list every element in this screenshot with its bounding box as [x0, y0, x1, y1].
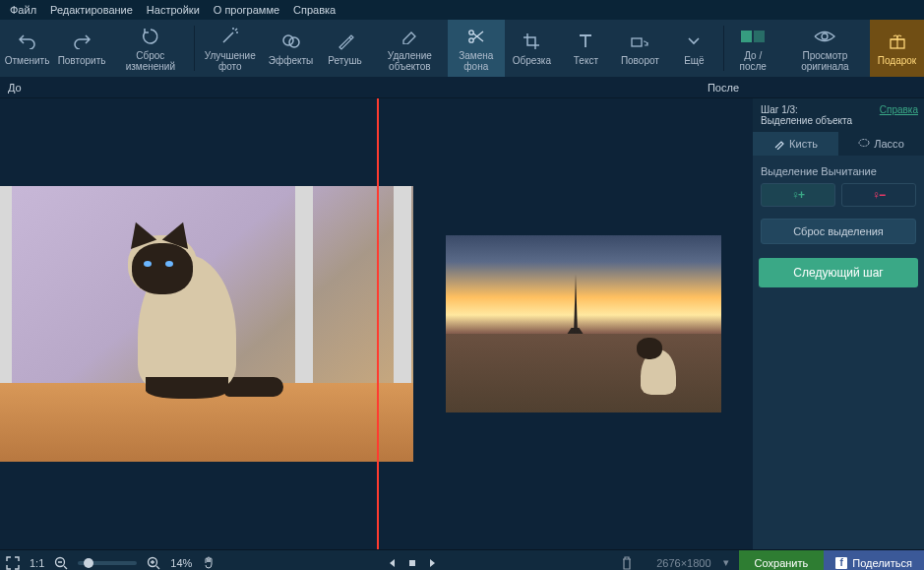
crop-icon [523, 31, 540, 52]
reset-icon [142, 26, 159, 47]
effects-icon [281, 31, 301, 52]
sidebar: Шаг 1/3: Выделение объекта Справка Кисть… [753, 98, 924, 549]
text-icon [578, 31, 593, 52]
fit-label[interactable]: 1:1 [30, 557, 44, 569]
before-pane [0, 98, 413, 549]
svg-point-1 [289, 37, 299, 47]
zoom-slider[interactable] [78, 561, 137, 565]
tab-lasso-label: Лассо [874, 138, 904, 150]
svg-point-9 [859, 140, 869, 147]
menu-settings[interactable]: Настройки [147, 4, 200, 16]
menu-help[interactable]: Справка [293, 4, 336, 16]
separator [194, 26, 195, 71]
chevron-down-icon [687, 31, 701, 52]
reset-button[interactable]: Сброс изменений [109, 20, 192, 77]
crop-button[interactable]: Обрезка [505, 20, 559, 77]
share-label: Поделиться [852, 557, 912, 569]
split-divider[interactable] [377, 98, 379, 549]
svg-rect-12 [409, 560, 415, 566]
replace-bg-label: Замена фона [456, 50, 497, 72]
rotate-label: Поворот [621, 55, 659, 66]
svg-point-2 [469, 30, 473, 33]
menu-about[interactable]: О программе [214, 4, 279, 16]
remove-objects-button[interactable]: Удаление объектов [372, 20, 448, 77]
after-label: После [708, 82, 739, 94]
tool-tabs: Кисть Лассо [753, 132, 924, 156]
eye-icon [814, 26, 835, 47]
undo-button[interactable]: Отменить [0, 20, 54, 77]
after-pane [413, 98, 753, 549]
next-image-icon[interactable] [427, 558, 437, 568]
enhance-label: Улучшение фото [204, 50, 256, 72]
step-line-2: Выделение объекта [761, 115, 916, 126]
enhance-button[interactable]: Улучшение фото [196, 20, 264, 77]
retouch-icon [337, 31, 354, 52]
zoom-out-icon[interactable] [54, 556, 68, 570]
effects-label: Эффекты [269, 55, 313, 66]
toolbar: Отменить Повторить Сброс изменений Улучш… [0, 20, 924, 77]
selection-subtract-button[interactable]: ♀− [841, 183, 916, 207]
gift-icon [889, 31, 906, 52]
view-original-button[interactable]: Просмотр оригинала [780, 20, 870, 77]
share-button[interactable]: f Поделиться [824, 550, 924, 571]
more-button[interactable]: Ещё [667, 20, 721, 77]
mode-label: Выделение Вычитание [753, 156, 924, 183]
retouch-label: Ретушь [328, 55, 361, 66]
separator [723, 26, 724, 71]
delete-icon[interactable] [609, 550, 645, 571]
redo-label: Повторить [58, 55, 106, 66]
gift-button[interactable]: Подарок [870, 20, 924, 77]
gift-label: Подарок [878, 55, 916, 66]
zoom-value: 14% [170, 557, 192, 569]
play-icon[interactable] [407, 558, 417, 568]
tab-lasso[interactable]: Лассо [838, 132, 924, 156]
effects-button[interactable]: Эффекты [264, 20, 318, 77]
save-button[interactable]: Сохранить [739, 550, 825, 571]
prev-image-icon[interactable] [388, 558, 398, 568]
svg-rect-6 [754, 31, 765, 42]
brush-icon [773, 138, 785, 150]
rotate-button[interactable]: Поворот [613, 20, 667, 77]
compare-icon [740, 26, 766, 47]
tab-brush-label: Кисть [789, 138, 818, 150]
menu-file[interactable]: Файл [10, 4, 36, 16]
crop-label: Обрезка [513, 55, 551, 66]
facebook-icon: f [835, 557, 847, 569]
sidebar-help-link[interactable]: Справка [880, 104, 918, 115]
workspace: Шаг 1/3: Выделение объекта Справка Кисть… [0, 98, 924, 549]
replace-bg-button[interactable]: Замена фона [448, 20, 505, 77]
rotate-icon [630, 31, 649, 52]
next-step-button[interactable]: Следующий шаг [759, 258, 918, 287]
redo-icon [73, 31, 91, 52]
tab-brush[interactable]: Кисть [753, 132, 838, 156]
scissors-icon [467, 26, 485, 47]
selection-add-button[interactable]: ♀+ [761, 183, 835, 207]
view-original-label: Просмотр оригинала [788, 50, 862, 72]
svg-rect-5 [741, 31, 752, 42]
redo-button[interactable]: Повторить [54, 20, 109, 77]
magic-wand-icon [220, 26, 240, 47]
menu-edit[interactable]: Редактирование [50, 4, 133, 16]
svg-rect-4 [632, 38, 642, 46]
undo-icon [19, 31, 36, 52]
reset-label: Сброс изменений [117, 50, 184, 72]
svg-point-3 [469, 37, 473, 41]
text-button[interactable]: Текст [559, 20, 613, 77]
dimensions-dropdown-icon[interactable]: ▾ [723, 550, 739, 571]
reset-selection-button[interactable]: Сброс выделения [761, 219, 916, 244]
after-image[interactable] [446, 235, 721, 412]
statusbar: 1:1 14% 2676×1800 ▾ Сохранить f Поделить… [0, 549, 924, 570]
fullscreen-icon[interactable] [6, 556, 20, 570]
before-after-button[interactable]: До / после [726, 20, 780, 77]
canvas-area[interactable] [0, 98, 753, 549]
hand-tool-icon[interactable] [202, 556, 216, 570]
before-after-label: До / после [734, 50, 772, 72]
zoom-in-icon[interactable] [147, 556, 160, 570]
svg-point-7 [822, 33, 828, 39]
retouch-button[interactable]: Ретушь [318, 20, 372, 77]
undo-label: Отменить [5, 55, 50, 66]
lasso-icon [858, 138, 870, 150]
more-label: Ещё [684, 55, 704, 66]
text-label: Текст [574, 55, 598, 66]
before-image[interactable] [0, 186, 413, 462]
